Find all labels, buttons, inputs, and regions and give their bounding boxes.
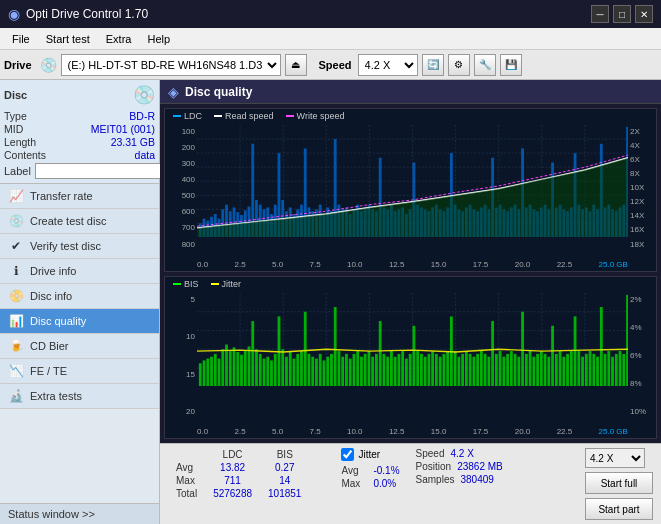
read-speed-legend-dot: [214, 115, 222, 117]
svg-rect-147: [206, 358, 209, 386]
svg-rect-180: [330, 353, 333, 386]
drive-icon: 💿: [40, 57, 57, 73]
chart2-legend: BIS Jitter: [173, 279, 241, 289]
svg-rect-229: [514, 353, 517, 386]
chart1-legend: LDC Read speed Write speed: [173, 111, 344, 121]
svg-rect-171: [296, 353, 299, 386]
sidebar-item-create-test-disc[interactable]: 💿 Create test disc: [0, 209, 159, 234]
samples-label: Samples: [416, 474, 455, 485]
close-button[interactable]: ✕: [635, 5, 653, 23]
svg-rect-160: [255, 349, 258, 386]
svg-rect-157: [244, 350, 247, 387]
svg-rect-197: [394, 356, 397, 386]
svg-rect-203: [416, 351, 419, 387]
svg-rect-172: [300, 351, 303, 387]
avg-jitter-val: -0.1%: [373, 465, 399, 476]
svg-rect-251: [596, 356, 599, 386]
status-window-button[interactable]: Status window >>: [0, 503, 159, 524]
sidebar-item-disc-info[interactable]: 📀 Disc info: [0, 284, 159, 309]
svg-rect-154: [233, 347, 236, 386]
svg-rect-148: [210, 356, 213, 386]
maximize-button[interactable]: □: [613, 5, 631, 23]
sidebar-item-verify-label: Verify test disc: [30, 240, 101, 252]
svg-rect-247: [581, 356, 584, 386]
write-speed-legend-label: Write speed: [297, 111, 345, 121]
svg-rect-196: [390, 351, 393, 387]
sidebar-item-extra-tests[interactable]: 🔬 Extra tests: [0, 384, 159, 409]
svg-rect-256: [615, 353, 618, 386]
svg-rect-234: [532, 356, 535, 386]
eject-button[interactable]: ⏏: [285, 54, 307, 76]
svg-rect-158: [248, 346, 251, 386]
svg-rect-215: [461, 353, 464, 386]
speed-stat-label: Speed: [416, 448, 445, 459]
max-jitter-val: 0.0%: [373, 478, 396, 489]
drive-select[interactable]: (E:) HL-DT-ST BD-RE WH16NS48 1.D3: [61, 54, 281, 76]
label-input[interactable]: [35, 163, 168, 179]
svg-rect-231: [521, 311, 524, 386]
svg-rect-168: [285, 356, 288, 386]
sidebar-item-drive-info[interactable]: ℹ Drive info: [0, 259, 159, 284]
max-bis-val: 14: [260, 474, 309, 487]
svg-rect-225: [499, 351, 502, 387]
speed-dropdown[interactable]: 4.2 X: [585, 448, 645, 468]
app-icon: ◉: [8, 6, 20, 22]
svg-rect-191: [371, 356, 374, 386]
sidebar-item-disc-info-label: Disc info: [30, 290, 72, 302]
svg-rect-248: [585, 353, 588, 386]
svg-rect-226: [502, 356, 505, 386]
minimize-button[interactable]: ─: [591, 5, 609, 23]
speed-select[interactable]: 4.2 X: [358, 54, 418, 76]
save-button[interactable]: 💾: [500, 54, 522, 76]
length-value: 23.31 GB: [111, 136, 155, 148]
svg-rect-173: [304, 311, 307, 386]
settings-button1[interactable]: ⚙: [448, 54, 470, 76]
max-row-label: Max: [168, 474, 205, 487]
svg-rect-237: [544, 353, 547, 386]
svg-rect-188: [360, 356, 363, 386]
svg-rect-150: [218, 358, 221, 386]
sidebar-item-fe-te[interactable]: 📉 FE / TE: [0, 359, 159, 384]
svg-rect-192: [375, 353, 378, 386]
content-area: ◈ Disc quality LDC Read speed: [160, 80, 661, 524]
menu-extra[interactable]: Extra: [98, 31, 140, 47]
chart1-x-axis: 0.0 2.5 5.0 7.5 10.0 12.5 15.0 17.5 20.0…: [197, 260, 628, 269]
disc-quality-icon: 📊: [8, 314, 24, 328]
menu-file[interactable]: File: [4, 31, 38, 47]
svg-rect-156: [240, 354, 243, 386]
disc-quality-title: Disc quality: [185, 85, 252, 99]
svg-rect-257: [619, 351, 622, 387]
total-bis-val: 101851: [260, 487, 309, 500]
menu-help[interactable]: Help: [139, 31, 178, 47]
svg-rect-146: [203, 360, 206, 386]
svg-rect-179: [326, 356, 329, 386]
jitter-section: Jitter Avg -0.1% Max 0.0%: [341, 448, 399, 491]
svg-rect-201: [409, 353, 412, 386]
svg-rect-241: [559, 351, 562, 387]
jitter-label: Jitter: [358, 449, 380, 460]
jitter-checkbox[interactable]: [341, 448, 354, 461]
svg-rect-245: [574, 316, 577, 386]
svg-rect-238: [547, 356, 550, 386]
label-label: Label: [4, 165, 31, 177]
settings-button2[interactable]: 🔧: [474, 54, 496, 76]
svg-rect-204: [420, 353, 423, 386]
sidebar-item-transfer-rate[interactable]: 📈 Transfer rate: [0, 184, 159, 209]
extra-tests-icon: 🔬: [8, 389, 24, 403]
sidebar-item-verify-test-disc[interactable]: ✔ Verify test disc: [0, 234, 159, 259]
ldc-col-header: LDC: [205, 448, 260, 461]
refresh-button[interactable]: 🔄: [422, 54, 444, 76]
sidebar-item-disc-quality[interactable]: 📊 Disc quality: [0, 309, 159, 334]
svg-rect-250: [592, 353, 595, 386]
svg-rect-189: [364, 353, 367, 386]
speed-position-section: Speed 4.2 X Position 23862 MB Samples 38…: [416, 448, 503, 485]
sidebar-item-cd-bier[interactable]: 🍺 CD Bier: [0, 334, 159, 359]
menu-start-test[interactable]: Start test: [38, 31, 98, 47]
ldc-legend-dot: [173, 115, 181, 117]
max-jitter-label: Max: [341, 478, 369, 489]
svg-rect-258: [622, 353, 625, 386]
start-part-button[interactable]: Start part: [585, 498, 653, 520]
sidebar-bottom: Status window >>: [0, 503, 159, 524]
start-full-button[interactable]: Start full: [585, 472, 653, 494]
svg-rect-252: [600, 307, 603, 387]
